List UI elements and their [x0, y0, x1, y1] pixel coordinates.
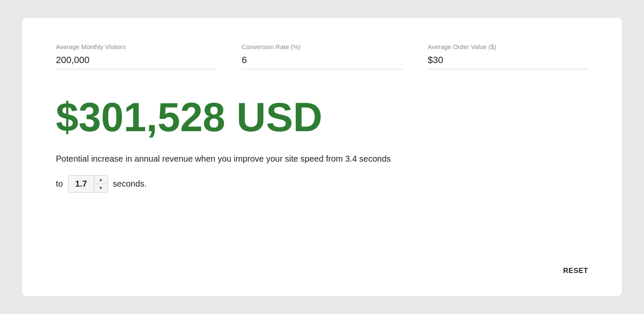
visitors-input[interactable] — [56, 55, 216, 69]
order-value-label: Average Order Value ($) — [428, 43, 588, 50]
spinner-up-button[interactable]: ▲ — [94, 176, 107, 184]
description-line1: Potential increase in annual revenue whe… — [56, 152, 588, 165]
calculator-card: Average Monthly Visitors Conversion Rate… — [22, 17, 622, 297]
to-label: to — [56, 179, 63, 189]
order-value-input[interactable] — [428, 55, 588, 69]
visitors-label: Average Monthly Visitors — [56, 43, 216, 50]
chevron-up-icon: ▲ — [99, 177, 103, 182]
speed-row: to 1.7 ▲ ▼ seconds. — [56, 175, 588, 193]
inputs-row: Average Monthly Visitors Conversion Rate… — [56, 43, 588, 69]
conversion-label: Conversion Rate (%) — [242, 43, 402, 50]
result-amount: $301,528 USD — [56, 95, 588, 140]
seconds-label: seconds. — [113, 179, 147, 189]
visitors-group: Average Monthly Visitors — [56, 43, 216, 69]
conversion-group: Conversion Rate (%) — [242, 43, 402, 69]
conversion-input[interactable] — [242, 55, 402, 69]
reset-button[interactable]: RESET — [563, 267, 588, 275]
chevron-down-icon: ▼ — [99, 186, 103, 190]
spinner-value: 1.7 — [69, 176, 94, 192]
spinner-buttons: ▲ ▼ — [94, 176, 107, 192]
speed-spinner[interactable]: 1.7 ▲ ▼ — [68, 175, 108, 193]
spinner-down-button[interactable]: ▼ — [94, 184, 107, 192]
order-value-group: Average Order Value ($) — [428, 43, 588, 69]
